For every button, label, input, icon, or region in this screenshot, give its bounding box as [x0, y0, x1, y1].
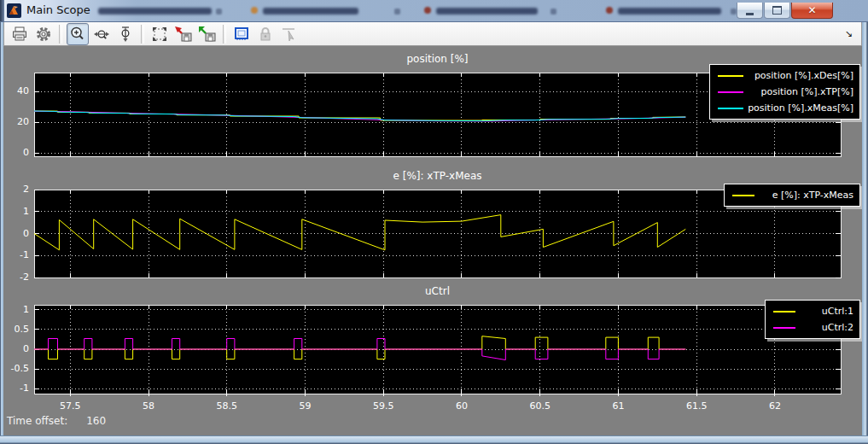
x-tick-label: 59 — [286, 400, 323, 412]
minimize-button[interactable] — [737, 3, 763, 19]
legend-line-sample — [718, 75, 743, 77]
scope-toolbar: ↘ — [3, 21, 862, 46]
printer-icon — [11, 26, 28, 43]
tab-favicon — [251, 7, 258, 14]
legend-entry: uCtrl:1 — [773, 303, 853, 319]
y-tick-label: 40 — [2, 85, 29, 96]
highlight-block-icon — [233, 26, 250, 43]
y-tick-label: 1 — [2, 304, 29, 315]
plot-canvas-3[interactable] — [0, 305, 868, 402]
zoom-in-icon — [69, 26, 86, 43]
zoom-button[interactable] — [67, 23, 89, 45]
y-tick-label: 1 — [2, 206, 29, 217]
x-tick-label: 62 — [756, 400, 794, 412]
plot-title: uCtrl — [34, 285, 841, 297]
legend-line-sample — [718, 91, 743, 93]
x-tick-label: 57.5 — [51, 400, 89, 412]
y-tick-label: -1 — [2, 383, 29, 394]
gear-icon — [35, 26, 52, 43]
x-tick-label: 61 — [599, 400, 637, 412]
legend-entry: position [%].xMeas[%] — [718, 100, 853, 116]
signal-selection-button[interactable] — [278, 23, 300, 45]
y-tick-label: -2 — [2, 272, 29, 283]
scope-plot-area[interactable]: Time offset:160 position [%]02040positio… — [0, 46, 868, 435]
toolbar-overflow-icon[interactable]: ↘ — [845, 28, 853, 39]
toolbar-separator — [223, 25, 226, 44]
tab-close-icon — [731, 9, 737, 15]
legend-line-sample — [732, 195, 754, 196]
toolbar-separator — [141, 25, 144, 44]
title-bar[interactable]: Main Scope ✕ — [0, 0, 868, 22]
restore-axes-button[interactable] — [196, 23, 218, 45]
window-border-bottom — [0, 435, 868, 444]
legend-label: position [%].xTP[%] — [761, 86, 854, 97]
time-offset-label: Time offset: — [7, 415, 67, 427]
maximize-icon — [772, 6, 782, 15]
legend-line-sample — [773, 327, 795, 329]
plot-title: e [%]: xTP-xMeas — [34, 170, 841, 182]
legend-label: e [%]: xTP-xMeas — [772, 190, 853, 201]
window-border-left — [0, 21, 3, 444]
tab-favicon — [424, 7, 431, 14]
legend-box[interactable]: e [%]: xTP-xMeas — [724, 184, 860, 207]
autoscale-icon — [151, 26, 168, 43]
x-tick-label: 61.5 — [678, 400, 715, 412]
lock-icon — [257, 26, 274, 43]
highlight-block-button[interactable] — [230, 23, 253, 45]
maximize-button[interactable] — [764, 3, 790, 19]
x-tick-label: 58.5 — [208, 400, 246, 412]
tab-close-icon — [216, 9, 222, 15]
close-button[interactable]: ✕ — [791, 3, 833, 19]
legend-line-sample — [773, 311, 795, 313]
x-tick-label: 59.5 — [364, 400, 402, 412]
x-tick-label: 58 — [130, 400, 167, 412]
y-tick-label: -1 — [2, 249, 29, 260]
close-icon: ✕ — [807, 5, 816, 15]
background-tab — [436, 8, 538, 15]
legend-label: uCtrl:2 — [822, 322, 853, 333]
window-corner — [0, 0, 4, 21]
restore-axes-icon — [198, 26, 217, 43]
legend-box[interactable]: uCtrl:1uCtrl:2 — [765, 300, 860, 339]
y-tick-label: 0 — [2, 147, 29, 158]
zoom-x-icon — [93, 26, 110, 43]
legend-entry: uCtrl:2 — [773, 319, 853, 336]
tab-favicon — [606, 7, 613, 14]
y-tick-label: 2 — [2, 184, 29, 195]
y-tick-label: 0 — [2, 343, 29, 354]
background-tab — [98, 8, 212, 15]
legend-box[interactable]: position [%].xDes[%]position [%].xTP[%]p… — [709, 64, 860, 120]
y-tick-label: -0.5 — [2, 363, 29, 374]
legend-entry: position [%].xDes[%] — [718, 67, 853, 84]
signal-pointer-icon — [281, 26, 298, 43]
matlab-icon — [7, 3, 21, 18]
save-axes-icon — [174, 26, 193, 43]
plot-title: position [%] — [34, 53, 841, 65]
toolbar-separator — [59, 25, 62, 44]
scope-window: { "window": { "title": "Main Scope" }, "… — [0, 0, 868, 444]
legend-entry: e [%]: xTP-xMeas — [732, 187, 853, 203]
window-border-right — [862, 21, 868, 444]
y-tick-label: 20 — [2, 116, 29, 127]
y-tick-label: 0 — [2, 228, 29, 239]
tab-close-icon — [394, 9, 400, 15]
zoom-y-icon — [117, 26, 134, 43]
background-tab — [263, 8, 358, 15]
legend-label: position [%].xMeas[%] — [748, 102, 853, 114]
legend-label: position [%].xDes[%] — [754, 70, 853, 81]
y-tick-label: 0.5 — [2, 324, 29, 335]
legend-label: uCtrl:1 — [822, 306, 853, 317]
zoom-y-button[interactable] — [114, 23, 137, 45]
tab-close-icon — [551, 9, 556, 15]
parameters-button[interactable] — [32, 23, 55, 45]
zoom-x-button[interactable] — [90, 23, 113, 45]
x-tick-label: 60 — [443, 400, 481, 412]
legend-entry: position [%].xTP[%] — [718, 84, 853, 100]
print-button[interactable] — [9, 23, 31, 45]
lock-axes-button[interactable] — [254, 23, 277, 45]
window-title: Main Scope — [26, 3, 90, 16]
x-tick-label: 60.5 — [521, 400, 559, 412]
background-tab — [618, 8, 721, 15]
autoscale-button[interactable] — [149, 23, 171, 45]
save-axes-button[interactable] — [172, 23, 195, 45]
